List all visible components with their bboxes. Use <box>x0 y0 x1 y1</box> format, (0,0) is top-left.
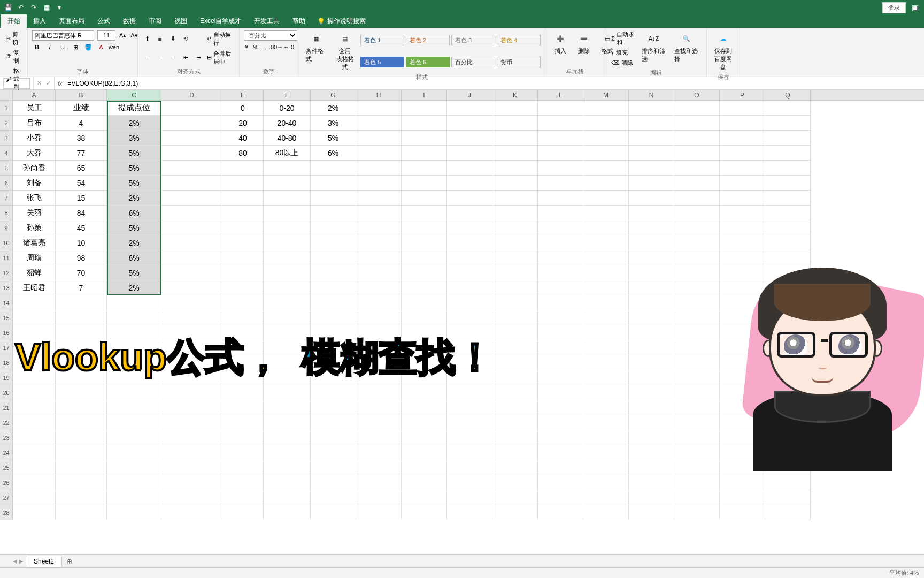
cell[interactable] <box>56 355 107 370</box>
cell[interactable] <box>765 116 811 131</box>
cell[interactable] <box>161 265 222 280</box>
style-accent5[interactable]: 着色 5 <box>360 57 404 67</box>
style-currency[interactable]: 货币 <box>497 57 541 67</box>
cell[interactable] <box>447 131 492 146</box>
cell[interactable] <box>222 250 264 265</box>
col-header-I[interactable]: I <box>402 90 447 100</box>
cell[interactable] <box>674 235 720 250</box>
cell[interactable]: 孙尚香 <box>13 161 56 176</box>
cell[interactable] <box>447 235 492 250</box>
cell[interactable] <box>107 430 161 445</box>
cell[interactable]: 小乔 <box>13 131 56 146</box>
cell[interactable] <box>222 430 264 445</box>
name-box[interactable] <box>3 78 30 89</box>
sheet-tab-active[interactable]: Sheet2 <box>26 556 62 567</box>
cell[interactable] <box>447 101 492 116</box>
cell[interactable] <box>402 490 447 505</box>
cell[interactable] <box>356 505 402 520</box>
cell[interactable]: 吕布 <box>13 116 56 131</box>
cell[interactable] <box>356 131 402 146</box>
merge-center-button[interactable]: ⊟合并后居中 <box>205 49 235 66</box>
cell[interactable]: 王昭君 <box>13 280 56 295</box>
cell[interactable] <box>674 460 720 475</box>
cell[interactable] <box>447 385 492 400</box>
cell[interactable] <box>492 220 538 235</box>
cell[interactable] <box>583 415 629 430</box>
cell[interactable] <box>583 280 629 295</box>
cell[interactable] <box>765 235 811 250</box>
cell[interactable]: 貂蝉 <box>13 265 56 280</box>
cell[interactable]: 20-40 <box>264 116 311 131</box>
cell[interactable] <box>356 445 402 460</box>
cell[interactable] <box>402 355 447 370</box>
bold-button[interactable]: B <box>32 42 42 52</box>
cell[interactable] <box>583 116 629 131</box>
cell[interactable] <box>447 475 492 490</box>
cell[interactable] <box>447 400 492 415</box>
cell[interactable] <box>538 505 583 520</box>
cell[interactable] <box>492 310 538 325</box>
row-header-11[interactable]: 11 <box>0 250 13 265</box>
cell[interactable] <box>492 265 538 280</box>
cell[interactable]: 0 <box>222 101 264 116</box>
qat-dropdown-icon[interactable]: ▾ <box>56 4 63 11</box>
col-header-M[interactable]: M <box>583 90 629 100</box>
cell[interactable] <box>492 415 538 430</box>
cell[interactable] <box>583 220 629 235</box>
cell[interactable] <box>161 370 222 385</box>
cell[interactable] <box>629 161 674 176</box>
cell[interactable] <box>107 385 161 400</box>
delete-cells-button[interactable]: ➖删除 <box>573 30 595 66</box>
cell[interactable] <box>674 475 720 490</box>
cell[interactable] <box>538 176 583 191</box>
cell[interactable] <box>56 460 107 475</box>
decrease-font-icon[interactable]: A▾ <box>130 31 138 40</box>
cell[interactable] <box>447 176 492 191</box>
cell[interactable] <box>107 325 161 340</box>
cell[interactable] <box>56 415 107 430</box>
cell[interactable] <box>402 430 447 445</box>
cell[interactable] <box>538 475 583 490</box>
tab-view[interactable]: 视图 <box>168 14 194 28</box>
cell[interactable] <box>311 206 356 220</box>
increase-font-icon[interactable]: A▴ <box>119 31 127 40</box>
cell[interactable] <box>629 325 674 340</box>
cell[interactable] <box>629 475 674 490</box>
tab-insert[interactable]: 插入 <box>27 14 52 28</box>
cells-area[interactable]: 员工业绩提成点位00-202%吕布42%2020-403%小乔383%4040-… <box>13 101 811 520</box>
cell[interactable] <box>583 235 629 250</box>
cell[interactable]: 15 <box>56 191 107 206</box>
cell[interactable] <box>583 191 629 206</box>
cell[interactable] <box>222 235 264 250</box>
cell[interactable] <box>492 295 538 310</box>
row-header-26[interactable]: 26 <box>0 475 13 490</box>
cell[interactable] <box>720 161 765 176</box>
cell[interactable] <box>629 505 674 520</box>
cell[interactable] <box>107 340 161 355</box>
cell[interactable] <box>356 295 402 310</box>
cell[interactable] <box>107 415 161 430</box>
sheet-next-icon[interactable]: ▶ <box>19 558 24 564</box>
cell[interactable] <box>629 340 674 355</box>
cell[interactable] <box>356 370 402 385</box>
increase-decimal-icon[interactable]: .00→ <box>271 42 281 52</box>
cell[interactable] <box>674 206 720 220</box>
autosum-button[interactable]: Σ自动求和 <box>610 30 636 47</box>
row-header-22[interactable]: 22 <box>0 415 13 430</box>
cell[interactable]: 5% <box>107 220 161 235</box>
row-header-7[interactable]: 7 <box>0 191 13 206</box>
cell[interactable] <box>674 146 720 161</box>
row-header-10[interactable]: 10 <box>0 235 13 250</box>
cell[interactable] <box>629 250 674 265</box>
cell[interactable] <box>583 325 629 340</box>
fill-color-button[interactable]: 🪣 <box>83 42 93 52</box>
login-button[interactable]: 登录 <box>882 2 906 13</box>
cell[interactable] <box>222 505 264 520</box>
cell[interactable] <box>402 460 447 475</box>
cell[interactable] <box>222 355 264 370</box>
cell[interactable] <box>356 116 402 131</box>
cell[interactable] <box>629 235 674 250</box>
col-header-E[interactable]: E <box>222 90 264 100</box>
cell[interactable] <box>538 340 583 355</box>
align-middle-icon[interactable]: ≡ <box>155 34 165 44</box>
